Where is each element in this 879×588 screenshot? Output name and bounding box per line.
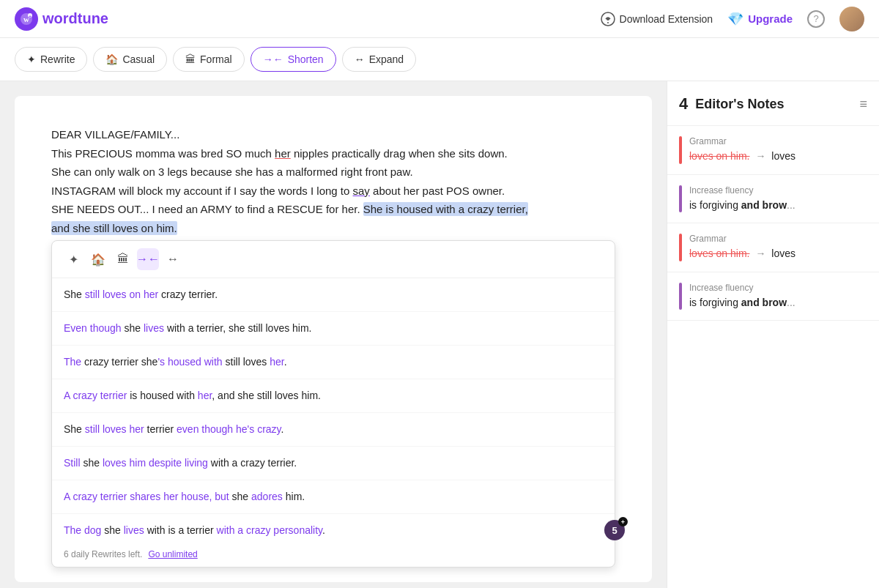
download-ext-label: Download Extension (620, 13, 713, 25)
shorten-label: Shorten (288, 53, 324, 65)
rewrite-icon: ✦ (27, 53, 36, 65)
editor-text[interactable]: DEAR VILLAGE/FAMILY... This PRECIOUS mom… (51, 125, 615, 237)
note-card-4[interactable]: Increase fluency is forgiving and brow..… (667, 272, 879, 321)
casual-label: Casual (122, 53, 155, 65)
note-strikethrough-3: loves on him. (689, 248, 749, 259)
suggestion-highlight: adores (251, 491, 283, 502)
suggestion-item[interactable]: She still loves on her crazy terrier. (52, 278, 615, 312)
scroll-badge-container: 5 + (604, 520, 625, 540)
suggestion-item[interactable]: The crazy terrier she's housed with stil… (52, 346, 615, 379)
note-ellipsis-2: ... (787, 199, 795, 211)
highlight-part1: She is housed with a crazy terrier, (363, 202, 528, 216)
note-bar-purple-4 (679, 283, 682, 310)
note-text-2: is forgiving and brow... (689, 198, 867, 213)
note-ellipsis-4: ... (787, 297, 795, 308)
note-type-3: Grammar (689, 234, 867, 244)
formal-icon: 🏛 (185, 53, 196, 65)
daily-rewrites-text: 6 daily Rewrites left. (64, 549, 142, 559)
note-card-2[interactable]: Increase fluency is forgiving and brow..… (667, 175, 879, 224)
suggestion-item[interactable]: Even though she lives with a terrier, sh… (52, 312, 615, 346)
expand-label: Expand (369, 53, 404, 65)
main-layout: DEAR VILLAGE/FAMILY... This PRECIOUS mom… (0, 81, 879, 588)
suggestion-rewrite-icon[interactable]: ✦ (62, 248, 84, 270)
suggestion-shorten-icon[interactable]: →← (137, 248, 159, 270)
expand-button[interactable]: ↔ Expand (342, 47, 416, 72)
editor-area[interactable]: DEAR VILLAGE/FAMILY... This PRECIOUS mom… (0, 81, 667, 588)
sidebar-title: Editor's Notes (695, 97, 784, 112)
note-content-4: Increase fluency is forgiving and brow..… (689, 283, 867, 310)
suggestion-highlight: A crazy terrier shares her house, but (64, 491, 229, 502)
sidebar-menu-icon[interactable]: ≡ (859, 97, 867, 112)
avatar[interactable] (839, 7, 864, 31)
note-bar-red-3 (679, 234, 682, 261)
note-arrow-3: → (755, 248, 768, 259)
sidebar-title-row: 4 Editor's Notes (679, 94, 785, 113)
underline-say: say (353, 185, 370, 197)
note-card-3[interactable]: Grammar loves on him. → loves (667, 223, 879, 272)
svg-text:+: + (29, 13, 31, 18)
suggestion-highlight: The dog (64, 524, 101, 536)
suggestion-highlight: lives (144, 322, 164, 334)
note-text-4: is forgiving and brow... (689, 296, 867, 310)
go-unlimited-link[interactable]: Go unlimited (148, 549, 197, 559)
casual-icon: 🏠 (105, 53, 118, 65)
note-text-bold-4: and brow (741, 297, 787, 308)
daily-rewrites-bar: 6 daily Rewrites left. Go unlimited (52, 542, 615, 567)
expand-icon: ↔ (355, 53, 365, 65)
shorten-button[interactable]: →← Shorten (251, 47, 336, 72)
suggestion-item[interactable]: She still loves her terrier even though … (52, 413, 615, 447)
logo-icon: w + (15, 7, 38, 31)
text-line-1: DEAR VILLAGE/FAMILY... (51, 125, 615, 144)
suggestion-casual-icon[interactable]: 🏠 (87, 248, 109, 270)
text-line-4: INSTAGRAM will block my account if I say… (51, 182, 615, 201)
note-text-1: loves on him. → loves (689, 149, 867, 164)
suggestion-highlight: her (270, 356, 283, 368)
header: w + wordtune Download Extension 💎 Upgrad… (0, 0, 879, 38)
suggestion-highlight: lives (124, 524, 144, 536)
casual-button[interactable]: 🏠 Casual (93, 47, 167, 72)
note-content-2: Increase fluency is forgiving and brow..… (689, 185, 867, 213)
rewrite-button[interactable]: ✦ Rewrite (15, 47, 87, 72)
suggestion-item[interactable]: Still she loves him despite living with … (52, 447, 615, 480)
suggestion-item[interactable]: A crazy terrier is housed with her, and … (52, 379, 615, 413)
download-icon (601, 12, 615, 26)
suggestion-item[interactable]: A crazy terrier shares her house, but sh… (52, 480, 615, 514)
suggestion-expand-icon[interactable]: ↔ (162, 248, 184, 270)
note-content-1: Grammar loves on him. → loves (689, 136, 867, 164)
note-text-3: loves on him. → loves (689, 247, 867, 261)
toolbar: ✦ Rewrite 🏠 Casual 🏛 Formal →← Shorten ↔… (0, 38, 879, 81)
logo-text: wordtune (42, 10, 108, 27)
help-button[interactable]: ? (807, 10, 825, 28)
formal-button[interactable]: 🏛 Formal (173, 47, 245, 72)
note-bar-red-1 (679, 136, 682, 164)
suggestion-toolbar: ✦ 🏠 🏛 →← ↔ (52, 241, 615, 278)
shorten-icon: →← (263, 53, 283, 65)
editor-card: DEAR VILLAGE/FAMILY... This PRECIOUS mom… (15, 96, 652, 582)
suggestion-highlight: even though he's crazy (177, 423, 281, 435)
note-text-normal-2: is forgiving (689, 199, 741, 211)
sidebar-header: 4 Editor's Notes ≡ (667, 81, 879, 126)
text-line-3: She can only walk on 3 legs because she … (51, 163, 615, 182)
text-line-2: This PRECIOUS momma was bred SO much her… (51, 144, 615, 163)
note-content-3: Grammar loves on him. → loves (689, 234, 867, 261)
suggestion-list: She still loves on her crazy terrier. Ev… (52, 278, 615, 542)
badge-plus-icon: + (618, 517, 628, 526)
suggestion-highlight: still loves on her (85, 289, 158, 300)
note-card-1[interactable]: Grammar loves on him. → loves (667, 126, 879, 175)
note-strikethrough-1: loves on him. (689, 150, 749, 162)
logo[interactable]: w + wordtune (15, 7, 108, 31)
note-text-bold-2: and brow (741, 199, 787, 211)
note-arrow-1: → (755, 150, 768, 162)
note-bar-purple-2 (679, 185, 682, 213)
suggestion-item[interactable]: The dog she lives with is a terrier with… (52, 514, 615, 542)
download-extension-button[interactable]: Download Extension (601, 12, 713, 26)
suggestion-highlight: still loves her (85, 423, 144, 435)
note-type-2: Increase fluency (689, 185, 867, 196)
formal-label: Formal (200, 53, 232, 65)
upgrade-button[interactable]: 💎 Upgrade (727, 11, 793, 27)
upgrade-label: Upgrade (748, 12, 793, 25)
underline-her: her (275, 147, 291, 160)
suggestion-formal-icon[interactable]: 🏛 (112, 248, 134, 270)
diamond-icon: 💎 (727, 11, 743, 27)
suggestion-highlight: A crazy terrier (64, 390, 127, 401)
